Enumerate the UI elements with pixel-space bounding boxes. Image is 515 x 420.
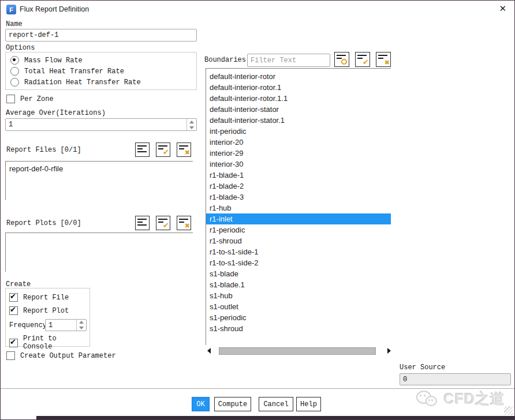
frequency-label: Frequency [9, 321, 47, 329]
scrollbar-thumb[interactable] [219, 347, 376, 355]
list-item[interactable]: interior-29 [206, 148, 391, 159]
compute-button[interactable]: Compute [214, 397, 251, 411]
window-title: Flux Report Definition [20, 5, 89, 13]
report-files-label: Report Files [0/1] [6, 146, 81, 154]
radio-radiation-heat-transfer-rate[interactable]: Radiation Heat Transfer Rate [10, 78, 141, 87]
list-item[interactable]: default-interior-rotor.1 [206, 82, 391, 93]
horizontal-scrollbar[interactable] [207, 347, 391, 355]
report-plots-list[interactable] [5, 232, 193, 272]
radio-icon[interactable] [10, 67, 19, 76]
print-to-console-checkbox[interactable] [9, 339, 18, 347]
list-item[interactable]: r1-blade-1 [206, 170, 391, 181]
list-item[interactable]: r1-to-s1-side-1 [206, 246, 391, 257]
user-source-input [400, 373, 511, 385]
deselect-all-icon [179, 219, 189, 223]
list-item[interactable]: report-def-0-rfile [6, 163, 193, 174]
background-strip [36, 416, 514, 419]
report-files-deselect-all-button[interactable] [177, 142, 191, 157]
radio-label: Radiation Heat Transfer Rate [24, 78, 141, 87]
deselect-all-icon [378, 55, 389, 59]
select-all-icon [357, 55, 368, 59]
create-output-parameter-label: Create Output Parameter [20, 352, 116, 360]
report-files-select-all-button[interactable] [156, 142, 170, 157]
radio-mass-flow-rate[interactable]: Mass Flow Rate [10, 56, 83, 65]
boundaries-filter-match-button[interactable] [334, 52, 349, 67]
spin-down-icon[interactable] [187, 125, 196, 130]
select-all-icon [158, 219, 168, 223]
spin-up-icon[interactable] [77, 320, 86, 325]
flux-report-definition-dialog: F Flux Report Definition ✕ Name Options … [0, 0, 515, 420]
scroll-left-icon[interactable] [207, 348, 211, 354]
list-item[interactable]: s1-periodic [206, 312, 391, 323]
list-item[interactable]: r1-shroud [206, 235, 391, 246]
create-label: Create [6, 280, 31, 288]
name-input[interactable] [5, 29, 197, 42]
title-bar: F Flux Report Definition ✕ [1, 1, 514, 18]
app-icon: F [6, 5, 16, 14]
list-item[interactable]: r1-periodic [206, 224, 391, 235]
user-source-label: User Source [400, 363, 445, 372]
spin-buttons[interactable] [186, 119, 196, 130]
list-item[interactable]: default-interior-rotor.1.1 [206, 93, 391, 104]
watermark-text: CFD之道 [444, 389, 505, 408]
print-to-console-label: Print to Console [23, 335, 89, 351]
report-plots-select-all-button[interactable] [156, 216, 170, 230]
boundaries-deselect-all-button[interactable] [376, 52, 391, 67]
scrollbar-track[interactable] [214, 347, 384, 355]
radio-icon[interactable] [10, 56, 19, 65]
spin-buttons[interactable] [76, 320, 86, 331]
per-zone-checkbox-row[interactable]: Per Zone [6, 95, 54, 103]
list-item[interactable]: default-interior-stator [206, 104, 391, 115]
list-item[interactable]: r1-hub [206, 202, 391, 213]
boundaries-list[interactable]: default-interior-rotordefault-interior-r… [206, 68, 391, 345]
spin-up-icon[interactable] [187, 119, 196, 125]
resize-grip-icon[interactable] [504, 406, 513, 415]
select-all-icon [158, 145, 168, 149]
options-label: Options [6, 44, 35, 52]
report-plots-deselect-all-button[interactable] [177, 216, 191, 230]
average-over-input[interactable] [6, 119, 186, 130]
create-output-parameter-checkbox[interactable] [6, 351, 15, 360]
help-button[interactable]: Help [296, 397, 321, 411]
list-item[interactable]: s1-outlet [206, 301, 391, 312]
boundaries-select-all-button[interactable] [355, 52, 370, 67]
deselect-all-icon [179, 145, 189, 149]
list-item[interactable]: s1-blade [206, 268, 391, 279]
list-item[interactable]: r1-inlet [206, 213, 391, 224]
per-zone-checkbox[interactable] [6, 95, 15, 103]
list-item[interactable]: s1-blade.1 [206, 279, 391, 290]
scroll-right-icon[interactable] [387, 348, 391, 354]
watermark: CFD之道 [416, 389, 505, 408]
report-plot-checkbox[interactable] [9, 306, 18, 315]
report-plot-checkbox-row[interactable]: Report Plot [9, 306, 69, 315]
cancel-button[interactable]: Cancel [259, 397, 293, 411]
close-icon[interactable]: ✕ [499, 4, 506, 13]
frequency-stepper[interactable] [45, 319, 87, 331]
list-item[interactable]: s1-shroud [206, 323, 391, 334]
frequency-input[interactable] [46, 320, 76, 331]
ok-button[interactable]: OK [192, 397, 210, 411]
spin-down-icon[interactable] [77, 325, 86, 331]
report-file-checkbox[interactable] [9, 293, 18, 302]
print-to-console-checkbox-row[interactable]: Print to Console [9, 335, 89, 351]
per-zone-label: Per Zone [20, 95, 54, 103]
list-item[interactable]: default-interior-rotor [206, 71, 391, 82]
list-item[interactable]: r1-to-s1-side-2 [206, 257, 391, 268]
create-output-parameter-checkbox-row[interactable]: Create Output Parameter [6, 351, 116, 360]
radio-icon[interactable] [10, 78, 19, 87]
average-over-stepper[interactable] [5, 118, 197, 131]
list-item[interactable]: default-interior-stator.1 [206, 115, 391, 126]
list-item[interactable]: interior-20 [206, 137, 391, 148]
list-item[interactable]: r1-blade-2 [206, 181, 391, 192]
list-item[interactable]: s1-hub [206, 290, 391, 301]
report-file-label: Report File [23, 294, 69, 302]
report-file-checkbox-row[interactable]: Report File [9, 293, 69, 302]
report-files-list-button[interactable] [135, 142, 150, 157]
list-item[interactable]: int-periodic [206, 126, 391, 137]
radio-total-heat-transfer-rate[interactable]: Total Heat Transfer Rate [10, 67, 124, 76]
list-item[interactable]: interior-30 [206, 159, 391, 170]
report-files-list[interactable]: report-def-0-rfile [5, 161, 193, 200]
boundaries-filter-input[interactable] [247, 54, 330, 67]
list-item[interactable]: r1-blade-3 [206, 192, 391, 202]
report-plots-list-button[interactable] [135, 216, 150, 230]
